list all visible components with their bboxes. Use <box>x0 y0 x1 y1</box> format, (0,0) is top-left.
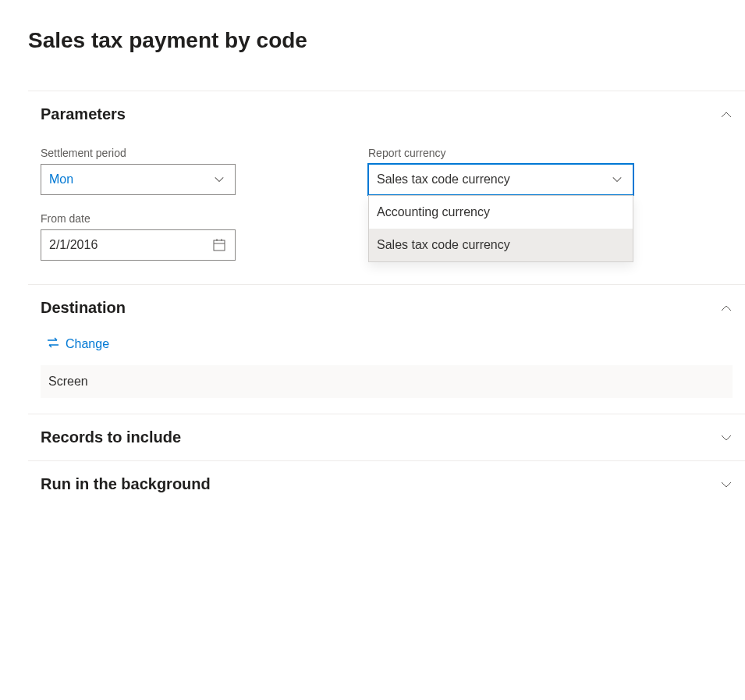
change-label: Change <box>66 337 109 351</box>
change-destination-link[interactable]: Change <box>47 337 109 351</box>
report-currency-option-accounting[interactable]: Accounting currency <box>369 196 633 229</box>
destination-value: Screen <box>41 365 733 398</box>
background-header[interactable]: Run in the background <box>41 475 733 493</box>
parameters-section: Parameters Settlement period Mon From da… <box>28 91 745 284</box>
destination-header[interactable]: Destination <box>41 299 733 317</box>
from-date-label: From date <box>41 212 236 225</box>
background-title: Run in the background <box>41 475 211 493</box>
calendar-icon[interactable] <box>210 236 229 254</box>
report-currency-options: Accounting currency Sales tax code curre… <box>368 195 633 262</box>
report-currency-label: Report currency <box>368 147 633 159</box>
parameters-header[interactable]: Parameters <box>41 105 733 123</box>
swap-icon <box>47 337 59 351</box>
report-currency-dropdown[interactable]: Sales tax code currency <box>368 164 633 195</box>
chevron-down-icon <box>720 432 733 444</box>
chevron-up-icon <box>720 302 733 314</box>
background-section: Run in the background <box>28 460 745 507</box>
records-header[interactable]: Records to include <box>41 428 733 446</box>
page-title: Sales tax payment by code <box>28 28 745 53</box>
records-title: Records to include <box>41 428 181 446</box>
settlement-period-label: Settlement period <box>41 147 236 159</box>
from-date-value: 2/1/2016 <box>49 238 98 252</box>
settlement-period-value: Mon <box>49 172 73 187</box>
chevron-down-icon <box>608 170 626 189</box>
chevron-down-icon <box>720 478 733 491</box>
destination-title: Destination <box>41 299 126 317</box>
chevron-down-icon <box>210 170 229 189</box>
records-section: Records to include <box>28 414 745 460</box>
from-date-input[interactable]: 2/1/2016 <box>41 229 236 261</box>
svg-rect-0 <box>214 240 225 251</box>
report-currency-value: Sales tax code currency <box>377 172 510 187</box>
chevron-up-icon <box>720 108 733 121</box>
destination-section: Destination Change Screen <box>28 284 745 414</box>
report-currency-option-salestax[interactable]: Sales tax code currency <box>369 229 633 261</box>
settlement-period-dropdown[interactable]: Mon <box>41 164 236 195</box>
parameters-title: Parameters <box>41 105 126 123</box>
